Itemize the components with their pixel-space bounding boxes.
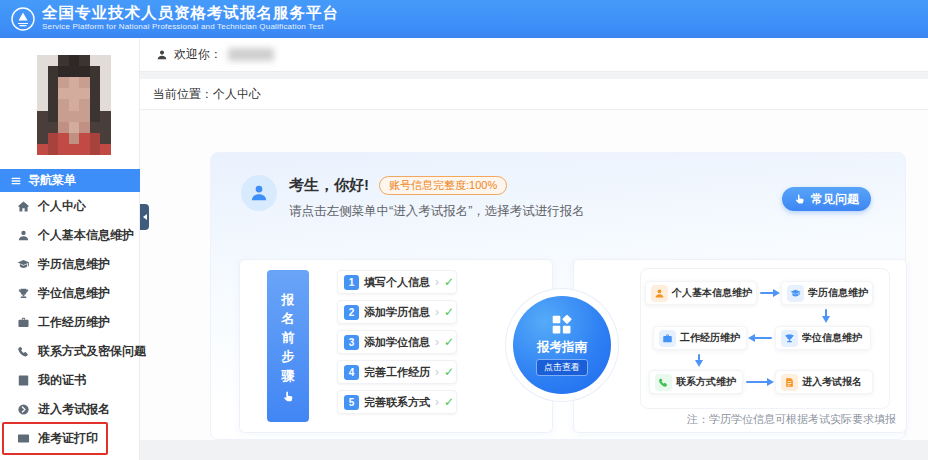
completeness-badge: 账号信息完整度:100% [379,176,507,195]
step-item-5[interactable]: 5完善联系方式›✓ [337,390,457,414]
step-number: 5 [344,395,359,410]
step-item-4[interactable]: 4完善工作经历›✓ [337,360,457,384]
flow-arrow-right-icon [746,381,772,383]
sidebar-item-label: 学位信息维护 [38,285,110,302]
redacted-username [228,48,274,61]
home-icon [17,200,30,213]
print-card-icon [17,432,30,445]
check-icon: ✓ [444,276,454,288]
chevron-right-icon: › [435,366,439,378]
user-avatar-icon [249,183,269,203]
degree-icon [17,287,30,300]
guide-view-button[interactable]: 点击查看 [536,359,588,376]
welcome-bar: 欢迎你： [140,38,928,72]
step-item-3[interactable]: 3添加学位信息›✓ [337,330,457,354]
chevron-right-icon: › [435,276,439,288]
check-icon: ✓ [444,366,454,378]
flow-node-phone[interactable]: 联系方式维护 [649,370,743,394]
briefcase-icon [17,316,30,329]
breadcrumb: 当前位置：个人中心 [140,79,928,110]
avatar [241,175,277,211]
flow-node-user[interactable]: 个人基本信息维护 [645,281,757,305]
flow-node-degree[interactable]: 学位信息维护 [775,326,871,350]
briefcase-icon [659,330,676,347]
steps-list: 1填写个人信息›✓2添加学历信息›✓3添加学位信息›✓4完善工作经历›✓5完善联… [337,270,457,414]
sidebar-collapse-button[interactable] [140,204,149,230]
sidebar-item-grad-cap[interactable]: 学历信息维护 [0,250,140,279]
flow-node-label: 个人基本信息维护 [672,286,752,300]
flow-arrow-left-icon [750,337,772,339]
degree-icon [781,330,798,347]
greeting-text: 考生，你好! [289,176,369,195]
welcome-label: 欢迎你： [174,46,222,63]
emblem-icon [10,6,36,32]
sidebar-item-degree[interactable]: 学位信息维护 [0,279,140,308]
exam-guide-button[interactable]: 报考指南 点击查看 [506,289,618,401]
personal-center-card: 考生，你好! 账号信息完整度:100% 请点击左侧菜单中“进入考试报名”，选择考… [210,152,906,440]
step-item-2[interactable]: 2添加学历信息›✓ [337,300,457,324]
flow-node-label: 联系方式维护 [676,375,736,389]
step-number: 4 [344,365,359,380]
certificate-icon [17,374,30,387]
sidebar-item-user[interactable]: 个人基本信息维护 [0,221,140,250]
sidebar-item-label: 我的证书 [38,372,86,389]
step-label: 完善联系方式 [364,395,430,410]
grid-icon [551,314,573,336]
user-icon [17,229,30,242]
phone-icon [655,374,672,391]
sidebar: 导航菜单 个人中心个人基本信息维护学历信息维护学位信息维护工作经历维护联系方式及… [0,38,140,460]
sidebar-item-home[interactable]: 个人中心 [0,192,140,221]
faq-button[interactable]: 常见问题 [782,187,871,211]
flow-node-label: 学位信息维护 [802,331,862,345]
hand-pointer-icon [794,193,806,205]
chevron-right-icon: › [435,306,439,318]
steps-banner-char: 报 [282,290,295,309]
site-title: 全国专业技术人员资格考试报名服务平台 [42,3,339,22]
step-number: 3 [344,335,359,350]
faq-button-label: 常见问题 [811,191,859,208]
steps-vertical-banner: 报名前步骤 [267,270,309,422]
check-icon: ✓ [444,396,454,408]
chevron-right-icon: › [435,336,439,348]
flow-node-doc[interactable]: 进入考试报名 [775,370,873,394]
maintenance-flow-panel: 个人基本信息维护学历信息维护工作经历维护学位信息维护联系方式维护进入考试报名 注… [573,259,907,433]
flow-arrow-down-icon [698,354,700,365]
check-icon: ✓ [444,306,454,318]
sidebar-item-label: 个人基本信息维护 [38,227,134,244]
enter-icon [17,403,30,416]
sidebar-item-label: 进入考试报名 [38,401,110,418]
steps-banner-char: 前 [282,328,295,347]
flow-note: 注：学历学位信息可根据考试实际要求填报 [687,412,896,427]
step-number: 2 [344,305,359,320]
guide-title: 报考指南 [537,339,587,356]
sidebar-item-enter[interactable]: 进入考试报名 [0,395,140,424]
steps-banner-char: 骤 [282,366,295,385]
sidebar-item-label: 联系方式及密保问题 [38,343,146,360]
sidebar-item-certificate[interactable]: 我的证书 [0,366,140,395]
grad-cap-icon [17,258,30,271]
sidebar-item-phone[interactable]: 联系方式及密保问题 [0,337,140,366]
flow-node-briefcase[interactable]: 工作经历维护 [653,326,747,350]
step-item-1[interactable]: 1填写个人信息›✓ [337,270,457,294]
doc-icon [781,374,798,391]
instruction-text: 请点击左侧菜单中“进入考试报名”，选择考试进行报名 [289,203,585,220]
flow-arrow-down-icon [825,309,827,321]
app-header: 全国专业技术人员资格考试报名服务平台 Service Platform for … [0,0,928,38]
hamburger-icon [10,175,22,187]
sidebar-item-briefcase[interactable]: 工作经历维护 [0,308,140,337]
sidebar-item-label: 工作经历维护 [38,314,110,331]
step-label: 添加学历信息 [364,305,430,320]
flow-node-label: 进入考试报名 [802,375,862,389]
sidebar-item-print-card[interactable]: 准考证打印 [0,424,140,453]
nav-menu-header: 导航菜单 [0,169,140,192]
app: 全国专业技术人员资格考试报名服务平台 Service Platform for … [0,0,928,460]
user-icon [651,285,668,302]
profile-photo [37,55,111,155]
step-label: 填写个人信息 [364,275,430,290]
step-label: 添加学位信息 [364,335,430,350]
flow-arrow-right-icon [760,292,778,294]
sidebar-item-label: 学历信息维护 [38,256,110,273]
flow-node-label: 工作经历维护 [680,331,740,345]
flow-node-grad-cap[interactable]: 学历信息维护 [781,281,873,305]
grad-cap-icon [787,285,804,302]
